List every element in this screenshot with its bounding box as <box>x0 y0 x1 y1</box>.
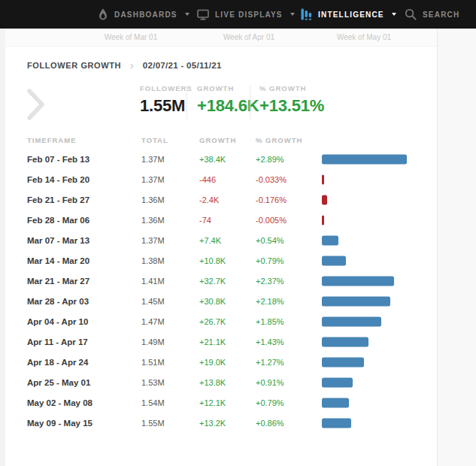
cell-growth: -2.4K <box>199 195 219 204</box>
cell-total: 1.36M <box>141 195 165 204</box>
growth-bar <box>322 174 324 184</box>
growth-bar <box>322 256 346 265</box>
table-row: Apr 11 - Apr 17 1.49M +21.1K +1.43% <box>0 331 437 352</box>
breadcrumb: FOLLOWER GROWTH › 02/07/21 - 05/11/21 <box>27 60 222 71</box>
cell-timeframe: Apr 25 - May 01 <box>27 378 90 387</box>
cell-timeframe: May 09 - May 15 <box>27 419 92 428</box>
cell-pct-growth: +1.43% <box>256 337 284 346</box>
stat-followers-label: FOLLOWERS <box>140 84 193 92</box>
flame-icon <box>98 8 108 20</box>
cell-pct-growth: +0.91% <box>256 378 284 387</box>
nav-label-search: SEARCH <box>423 11 459 19</box>
follower-growth-dashboard: DASHBOARDS LIVE DISPLAYS INTELLIGENCE SE… <box>0 0 476 466</box>
growth-bar <box>322 276 394 286</box>
carousel-next-button[interactable] <box>26 87 47 125</box>
cell-timeframe: Mar 21 - Mar 27 <box>27 277 89 286</box>
cell-total: 1.38M <box>141 256 165 265</box>
table-row: Feb 21 - Feb 27 1.36M -2.4K -0.176% <box>0 189 437 210</box>
bar-chart-icon <box>301 8 312 20</box>
cell-timeframe: Feb 28 - Mar 06 <box>27 216 89 225</box>
cell-pct-growth: +2.89% <box>256 155 284 164</box>
growth-bar <box>322 418 351 428</box>
nav-item-intelligence[interactable]: INTELLIGENCE <box>301 0 396 29</box>
stat-divider <box>250 86 250 119</box>
cell-pct-growth: +1.85% <box>256 317 284 326</box>
nav-label-live-displays: LIVE DISPLAYS <box>215 11 283 19</box>
cell-timeframe: Feb 14 - Feb 20 <box>27 175 89 184</box>
cell-growth: +13.2K <box>199 419 226 428</box>
cell-growth: +38.4K <box>199 155 226 164</box>
follower-growth-table: Feb 07 - Feb 13 1.37M +38.4K +2.89% Feb … <box>0 149 437 433</box>
cell-growth: +12.1K <box>199 398 226 407</box>
growth-bar <box>322 357 364 367</box>
cell-growth: +32.7K <box>199 277 226 286</box>
stat-pct-growth-label: % GROWTH <box>259 84 324 92</box>
stat-pct-growth-value: +13.51% <box>259 96 324 116</box>
cell-total: 1.54M <box>141 398 165 407</box>
header-total: TOTAL <box>141 136 168 144</box>
nav-item-search[interactable]: SEARCH <box>405 0 459 29</box>
cell-growth: +19.0K <box>199 358 226 367</box>
cell-growth: +13.8K <box>199 378 226 387</box>
chevron-down-icon <box>290 13 295 16</box>
stat-followers-value: 1.55M <box>140 96 193 116</box>
cell-pct-growth: +1.27% <box>256 358 284 367</box>
chevron-down-icon <box>185 13 189 16</box>
chevron-right-icon: › <box>130 60 134 71</box>
nav-item-dashboards[interactable]: DASHBOARDS <box>98 0 189 29</box>
table-row: Feb 07 - Feb 13 1.37M +38.4K +2.89% <box>0 149 437 169</box>
date-range[interactable]: 02/07/21 - 05/11/21 <box>143 61 222 70</box>
cell-timeframe: Apr 18 - Apr 24 <box>27 358 88 367</box>
cell-total: 1.37M <box>141 236 165 245</box>
cell-pct-growth: -0.005% <box>256 216 287 225</box>
cell-total: 1.36M <box>141 216 165 225</box>
cell-total: 1.49M <box>141 337 165 346</box>
header-growth: GROWTH <box>199 136 236 144</box>
growth-bar <box>322 215 324 225</box>
cell-pct-growth: +0.79% <box>256 398 284 407</box>
stat-pct-growth: % GROWTH +13.51% <box>259 84 324 116</box>
growth-bar <box>322 235 338 245</box>
table-row: May 02 - May 08 1.54M +12.1K +0.79% <box>0 392 437 413</box>
table-row: Apr 18 - Apr 24 1.51M +19.0K +1.27% <box>0 352 437 372</box>
week-label-apr: Week of Apr 01 <box>223 33 274 41</box>
right-gutter-rail <box>437 29 476 466</box>
growth-bar <box>322 377 353 387</box>
nav-label-dashboards: DASHBOARDS <box>114 11 177 19</box>
growth-bar <box>322 154 407 164</box>
table-row: Mar 14 - Mar 20 1.38M +10.8K +0.79% <box>0 250 437 271</box>
timeline-strip: Week of Mar 01 Week of Apr 01 Week of Ma… <box>5 29 437 47</box>
page-title[interactable]: FOLLOWER GROWTH <box>27 61 121 70</box>
header-timeframe: TIMEFRAME <box>27 136 76 144</box>
cell-total: 1.47M <box>141 317 165 326</box>
table-row: Mar 28 - Apr 03 1.45M +30.8K +2.18% <box>0 291 437 311</box>
nav-item-live-displays[interactable]: LIVE DISPLAYS <box>197 0 295 29</box>
cell-growth: -74 <box>199 216 211 225</box>
cell-timeframe: May 02 - May 08 <box>27 398 92 407</box>
table-row: May 09 - May 15 1.55M +13.2K +0.86% <box>0 413 437 433</box>
cell-timeframe: Feb 21 - Feb 27 <box>27 195 89 204</box>
cell-growth: +7.4K <box>199 236 221 245</box>
cell-timeframe: Feb 07 - Feb 13 <box>27 155 89 164</box>
cell-timeframe: Apr 11 - Apr 17 <box>27 337 88 346</box>
stat-divider <box>186 86 187 119</box>
cell-growth: +21.1K <box>199 337 226 346</box>
cell-timeframe: Apr 04 - Apr 10 <box>27 317 88 326</box>
top-nav: DASHBOARDS LIVE DISPLAYS INTELLIGENCE SE… <box>0 0 476 29</box>
cell-pct-growth: -0.033% <box>256 175 287 184</box>
nav-label-intelligence: INTELLIGENCE <box>318 11 384 19</box>
growth-bar <box>322 316 381 326</box>
table-row: Mar 21 - Mar 27 1.41M +32.7K +2.37% <box>0 271 437 291</box>
table-row: Mar 07 - Mar 13 1.37M +7.4K +0.54% <box>0 230 437 250</box>
cell-pct-growth: +0.54% <box>256 236 284 245</box>
growth-bar <box>322 337 368 346</box>
table-header: TIMEFRAME TOTAL GROWTH % GROWTH <box>0 136 437 150</box>
stat-followers: FOLLOWERS 1.55M <box>140 84 193 116</box>
cell-timeframe: Mar 07 - Mar 13 <box>27 236 89 245</box>
cell-pct-growth: +0.86% <box>256 419 284 428</box>
cell-timeframe: Mar 14 - Mar 20 <box>27 256 89 265</box>
growth-bar <box>322 296 390 306</box>
growth-bar <box>322 195 327 204</box>
cell-pct-growth: +2.37% <box>256 277 284 286</box>
cell-total: 1.37M <box>141 175 165 184</box>
